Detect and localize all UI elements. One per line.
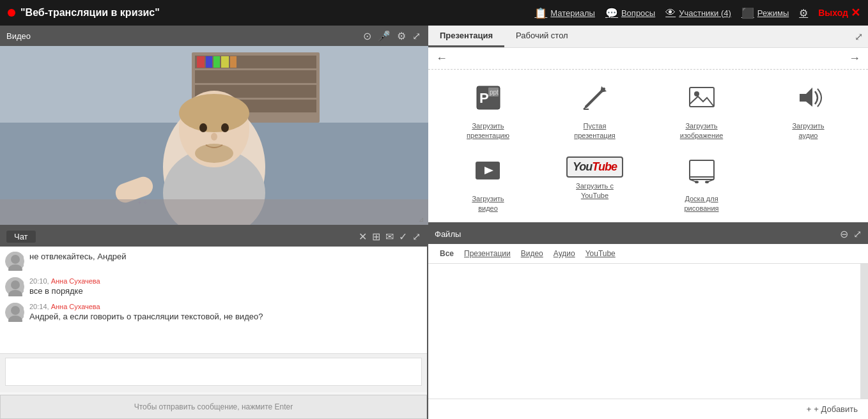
right-panel: Презентация Рабочий стол ⤢ ← → P ppt — [428, 26, 868, 419]
chat-message: 20:10, Анна Сухачева все в порядке — [5, 277, 422, 296]
chat-input-area — [0, 354, 427, 392]
svg-point-25 — [11, 255, 20, 264]
upload-presentation-label: Загрузитьпрезентацию — [467, 121, 509, 141]
svg-rect-3 — [195, 56, 316, 68]
tab-desktop[interactable]: Рабочий стол — [504, 26, 580, 47]
questions-button[interactable]: 💬 Вопросы — [605, 7, 655, 19]
exit-button[interactable]: Выход ✕ — [818, 6, 860, 20]
pencil-icon — [581, 84, 609, 118]
presentation-section: Презентация Рабочий стол ⤢ ← → P ppt — [428, 26, 868, 224]
add-label: + Добавить — [814, 404, 858, 414]
svg-rect-22 — [0, 199, 428, 225]
file-tab-all[interactable]: Все — [435, 248, 459, 259]
upload-video-button[interactable]: Загрузитьвидео — [435, 149, 541, 222]
recording-indicator — [8, 9, 15, 17]
files-content — [428, 264, 868, 399]
blank-presentation-button[interactable]: Пустаяпрезентация — [541, 76, 648, 149]
avatar — [5, 252, 24, 271]
message-time: 20:10, — [29, 277, 49, 285]
video-label: Видео — [6, 31, 31, 41]
chat-expand-icon[interactable]: ⤢ — [412, 231, 421, 243]
pres-next-icon[interactable]: → — [849, 52, 860, 65]
questions-icon: 💬 — [605, 7, 618, 19]
modes-icon: ⬛ — [741, 7, 754, 19]
file-tab-youtube[interactable]: YouTube — [580, 248, 621, 259]
left-panel: Видео ⊙ 🎤 ⚙ ⤢ — [0, 26, 428, 419]
video-frame: ✦ ✧ ⊿ — [0, 46, 428, 225]
message-body: 20:14, Анна Сухачева Андрей, а если гово… — [29, 303, 422, 322]
whiteboard-label: Доска длярисования — [684, 194, 718, 214]
message-author[interactable]: Анна Сухачева — [51, 277, 100, 285]
file-tab-audio[interactable]: Аудио — [548, 248, 580, 259]
chat-check-icon[interactable]: ✓ — [399, 231, 407, 243]
svg-text:P: P — [479, 90, 489, 106]
svg-marker-38 — [600, 86, 607, 93]
message-body: не отвлекайтесь, Андрей — [29, 252, 422, 271]
scrollbar[interactable] — [860, 264, 868, 399]
svg-rect-7 — [197, 56, 205, 68]
pres-prev-icon[interactable]: ← — [436, 52, 447, 65]
chat-message: не отвлекайтесь, Андрей — [5, 252, 422, 271]
modes-button[interactable]: ⬛ Режимы — [741, 7, 789, 19]
files-label: Файлы — [435, 229, 461, 239]
video-expand-icon[interactable]: ⤢ — [412, 30, 421, 42]
video-icon — [474, 156, 502, 190]
materials-icon: 📋 — [534, 7, 547, 19]
svg-rect-4 — [195, 70, 316, 83]
video-feed: ✦ ✧ ⊿ — [0, 46, 428, 225]
youtube-button[interactable]: YouTube Загрузить сYouTube — [541, 149, 648, 222]
youtube-icon: YouTube — [566, 156, 623, 178]
chat-input[interactable] — [5, 358, 422, 386]
svg-rect-9 — [213, 56, 220, 68]
tab-presentation[interactable]: Презентация — [428, 26, 504, 47]
files-expand-icon[interactable]: ⤢ — [853, 228, 862, 240]
message-time: 20:14, — [29, 303, 49, 310]
upload-image-button[interactable]: Загрузитьизображение — [648, 76, 755, 149]
file-tab-presentations[interactable]: Презентации — [459, 248, 516, 259]
whiteboard-button[interactable]: Доска длярисования — [648, 149, 755, 222]
participants-icon: 👁 — [665, 7, 676, 19]
video-settings-icon[interactable]: ⚙ — [397, 30, 406, 42]
video-section: Видео ⊙ 🎤 ⚙ ⤢ — [0, 26, 427, 226]
chat-email-icon[interactable]: ✉ — [385, 231, 394, 243]
participants-button[interactable]: 👁 Участники (4) — [665, 7, 731, 19]
upload-video-label: Загрузитьвидео — [472, 194, 504, 214]
message-body: 20:10, Анна Сухачева все в порядке — [29, 277, 422, 296]
chat-section: Чат ✕ ⊞ ✉ ✓ ⤢ — [0, 226, 427, 419]
plus-icon: + — [807, 404, 812, 414]
upload-audio-button[interactable]: Загрузитьаудио — [755, 76, 862, 149]
svg-point-15 — [179, 94, 249, 132]
files-add-button[interactable]: + + Добавить — [428, 399, 868, 419]
message-author[interactable]: Анна Сухачева — [51, 303, 100, 310]
chat-message: 20:14, Анна Сухачева Андрей, а если гово… — [5, 303, 422, 322]
settings-button[interactable]: ⚙ — [799, 7, 808, 19]
message-text: не отвлекайтесь, Андрей — [29, 252, 422, 261]
image-icon — [688, 84, 716, 118]
files-tabs: Все Презентации Видео Аудио YouTube — [428, 244, 868, 264]
files-header: Файлы ⊖ ⤢ — [428, 224, 868, 244]
presentation-expand-icon[interactable]: ⤢ — [855, 31, 863, 43]
chat-label: Чат — [6, 231, 36, 243]
header-left: "Веб-трансляции в кризис" — [8, 7, 160, 19]
chat-clear-icon[interactable]: ✕ — [359, 231, 367, 243]
file-tab-video[interactable]: Видео — [516, 248, 548, 259]
mic-icon[interactable]: 🎤 — [378, 30, 391, 42]
files-minus-icon[interactable]: ⊖ — [840, 228, 848, 240]
whiteboard-icon — [688, 156, 716, 190]
svg-point-17 — [221, 123, 229, 132]
svg-rect-41 — [690, 88, 714, 107]
chat-controls: ✕ ⊞ ✉ ✓ ⤢ — [359, 231, 421, 243]
chat-export-icon[interactable]: ⊞ — [372, 231, 380, 243]
camera-icon[interactable]: ⊙ — [363, 30, 371, 42]
svg-point-31 — [11, 306, 20, 315]
upload-presentation-button[interactable]: P ppt Загрузитьпрезентацию — [435, 76, 541, 149]
materials-button[interactable]: 📋 Материалы — [534, 7, 595, 19]
upload-image-label: Загрузитьизображение — [680, 121, 724, 141]
svg-rect-8 — [206, 56, 212, 68]
presentation-grid: P ppt Загрузитьпрезентацию — [428, 70, 868, 228]
video-controls: ⊙ 🎤 ⚙ ⤢ — [363, 30, 421, 42]
chat-header: Чат ✕ ⊞ ✉ ✓ ⤢ — [0, 226, 427, 247]
header: "Веб-трансляции в кризис" 📋 Материалы 💬 … — [0, 0, 868, 26]
close-icon: ✕ — [851, 6, 860, 20]
files-controls: ⊖ ⤢ — [840, 228, 862, 240]
